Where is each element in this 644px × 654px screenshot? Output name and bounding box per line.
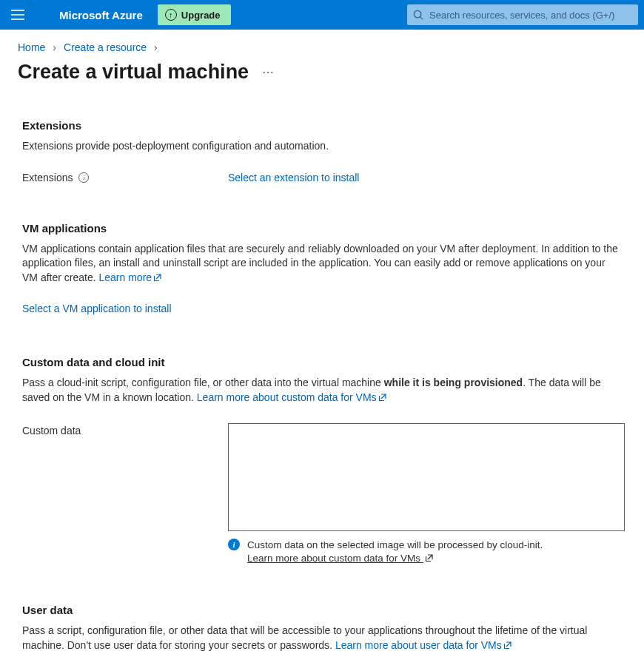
info-icon: i bbox=[228, 539, 240, 550]
chevron-right-icon: › bbox=[53, 41, 56, 53]
svg-line-4 bbox=[420, 17, 423, 20]
top-bar: Microsoft Azure ↑ Upgrade bbox=[0, 0, 644, 30]
upgrade-arrow-icon: ↑ bbox=[165, 9, 177, 21]
user-data-heading: User data bbox=[22, 604, 622, 616]
info-icon[interactable]: i bbox=[78, 172, 89, 183]
more-actions-button[interactable]: ⋯ bbox=[262, 65, 275, 79]
custom-data-textarea[interactable] bbox=[228, 423, 625, 531]
extensions-label: Extensions i bbox=[22, 172, 228, 183]
extensions-field: Extensions i Select an extension to inst… bbox=[22, 172, 622, 183]
search-input[interactable] bbox=[429, 10, 632, 21]
svg-point-3 bbox=[414, 10, 421, 18]
external-link-icon bbox=[153, 273, 162, 282]
vm-apps-learn-more-link[interactable]: Learn more bbox=[98, 272, 162, 283]
page-title: Create a virtual machine bbox=[18, 61, 249, 84]
custom-data-desc: Pass a cloud-init script, configuration … bbox=[22, 376, 622, 405]
brand-label[interactable]: Microsoft Azure bbox=[37, 9, 150, 21]
breadcrumb-create-resource[interactable]: Create a resource bbox=[64, 41, 147, 53]
custom-data-info-banner: i Custom data on the selected image will… bbox=[228, 539, 625, 565]
extensions-heading: Extensions bbox=[22, 119, 622, 132]
global-search[interactable] bbox=[407, 4, 638, 25]
select-extension-link[interactable]: Select an extension to install bbox=[228, 172, 359, 183]
external-link-icon bbox=[503, 641, 512, 650]
custom-data-learn-more-link[interactable]: Learn more about custom data for VMs bbox=[197, 391, 387, 403]
select-vm-app-link[interactable]: Select a VM application to install bbox=[22, 303, 172, 314]
vm-apps-desc: VM applications contain application file… bbox=[22, 242, 622, 286]
vm-apps-heading: VM applications bbox=[22, 222, 622, 235]
external-link-icon bbox=[378, 393, 387, 402]
upgrade-label: Upgrade bbox=[181, 10, 221, 21]
user-data-desc: Pass a script, configuration file, or ot… bbox=[22, 624, 622, 653]
custom-data-label: Custom data bbox=[22, 423, 228, 436]
breadcrumb: Home › Create a resource › bbox=[0, 30, 644, 53]
hamburger-icon bbox=[11, 10, 24, 20]
user-data-learn-more-link[interactable]: Learn more about user data for VMs bbox=[335, 639, 512, 651]
external-link-icon bbox=[425, 553, 434, 562]
custom-data-info-text: Custom data on the selected image will b… bbox=[247, 539, 543, 550]
hamburger-menu-button[interactable] bbox=[6, 3, 30, 27]
content-area: Extensions Extensions provide post-deplo… bbox=[0, 84, 644, 654]
custom-data-heading: Custom data and cloud init bbox=[22, 356, 622, 368]
breadcrumb-home[interactable]: Home bbox=[18, 41, 45, 53]
extensions-desc: Extensions provide post-deployment confi… bbox=[22, 139, 622, 154]
upgrade-button[interactable]: ↑ Upgrade bbox=[158, 4, 231, 25]
chevron-right-icon: › bbox=[154, 41, 158, 53]
title-row: Create a virtual machine ⋯ bbox=[0, 53, 644, 84]
custom-data-info-link[interactable]: Learn more about custom data for VMs bbox=[247, 553, 434, 564]
custom-data-field: Custom data i Custom data on the selecte… bbox=[22, 423, 622, 565]
search-icon bbox=[413, 10, 423, 20]
